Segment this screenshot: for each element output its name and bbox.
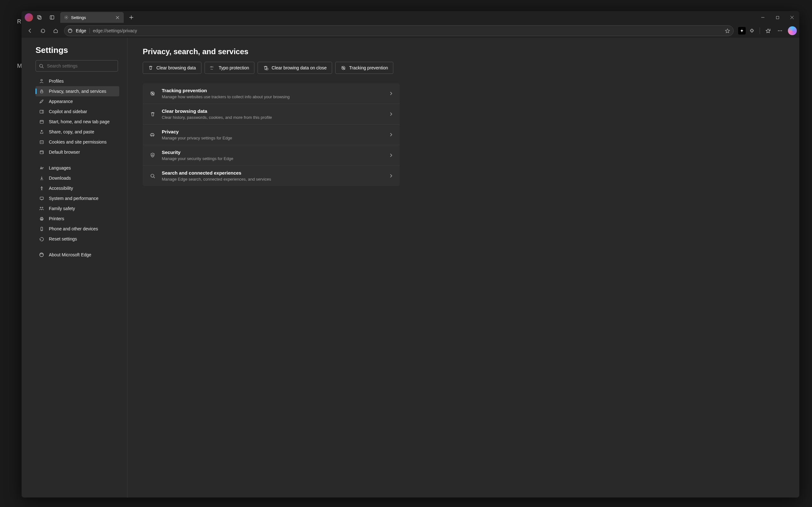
nav-accessibility[interactable]: Accessibility [36,183,119,193]
svg-rect-27 [40,140,43,143]
profile-icon [39,78,44,83]
settings-card: Tracking prevention Manage how websites … [143,83,400,186]
svg-point-4 [66,17,67,18]
pill-clear-browsing-data[interactable]: Clear browsing data [143,62,201,74]
row-title: Search and connected experiences [162,170,383,176]
tracking-icon [149,91,156,96]
row-clear-browsing-data[interactable]: Clear browsing data Clear history, passw… [143,104,400,124]
svg-rect-38 [41,217,43,218]
back-button[interactable] [24,25,36,36]
row-subtitle: Manage your privacy settings for Edge [162,135,383,140]
svg-rect-33 [40,197,43,199]
tab-actions-icon[interactable] [46,11,58,24]
pill-tracking-prevention[interactable]: Tracking prevention [335,62,393,74]
settings-sidebar: Settings Profiles Privacy, search, and s… [21,38,128,498]
svg-point-13 [68,29,72,33]
nav-reset[interactable]: Reset settings [36,234,119,244]
new-tab-button[interactable] [125,15,137,20]
pill-typo-protection[interactable]: ABC Typo protection [205,62,255,74]
nav-downloads[interactable]: Downloads [36,173,119,183]
chevron-right-icon [389,174,393,178]
separator [90,28,90,33]
close-tab-icon[interactable] [114,16,120,19]
nav-privacy[interactable]: Privacy, search, and services [36,86,119,96]
content-area: Settings Profiles Privacy, search, and s… [21,38,799,498]
svg-point-32 [41,187,42,187]
nav-label: Start, home, and new tab page [49,119,109,124]
nav-phone[interactable]: Phone and other devices [36,224,119,234]
reset-icon [39,237,44,241]
svg-point-42 [40,253,44,257]
nav-label: Default browser [49,150,80,155]
nav-copilot-sidebar[interactable]: Copilot and sidebar [36,107,119,117]
nav-family[interactable]: Family safety [36,204,119,214]
row-search-experiences[interactable]: Search and connected experiences Manage … [143,166,400,186]
home-button[interactable] [49,25,61,36]
copilot-button[interactable] [788,26,797,35]
cookie-icon [39,140,44,145]
nav-appearance[interactable]: Appearance [36,96,119,107]
svg-point-18 [781,31,782,32]
address-bar[interactable]: Edge edge://settings/privacy [64,25,734,36]
chevron-right-icon [389,132,393,137]
row-title: Security [162,150,383,155]
refresh-button[interactable] [37,25,49,36]
svg-text:ABC: ABC [210,66,213,68]
download-icon [39,176,44,181]
extensions-icon[interactable] [746,25,758,36]
nav-label: Downloads [49,176,71,181]
favorite-star-icon[interactable] [725,28,730,34]
close-window-button[interactable] [785,11,799,24]
separator [760,27,760,34]
printer-icon [39,216,44,221]
accessibility-icon [39,186,44,191]
search-icon [39,64,44,68]
minimize-button[interactable] [756,11,770,24]
settings-search-input[interactable] [47,63,114,68]
more-menu-icon[interactable] [774,25,786,36]
nav-start-home[interactable]: Start, home, and new tab page [36,117,119,127]
workspaces-icon[interactable] [33,11,46,24]
pill-label: Clear browing data on close [271,65,327,70]
tab-settings[interactable]: Settings [60,12,124,23]
chevron-right-icon [389,91,393,96]
nav-about[interactable]: About Microsoft Edge [36,250,119,260]
nav-label: Share, copy, and paste [49,129,94,134]
nav-cookies[interactable]: Cookies and site permissions [36,137,119,147]
lock-icon [39,89,44,94]
nav-label: Cookies and site permissions [49,139,107,145]
maximize-button[interactable] [770,11,785,24]
profile-avatar[interactable] [25,13,33,21]
chevron-right-icon [389,153,393,158]
row-security[interactable]: Security Manage your security settings f… [143,145,400,166]
trash-close-icon [263,65,268,71]
svg-rect-23 [40,110,43,113]
svg-rect-54 [152,155,153,156]
settings-main: Privacy, search, and services Clear brow… [128,38,799,498]
nav-share-copy[interactable]: Share, copy, and paste [36,127,119,137]
new-tab-icon [39,119,44,124]
copilot-badge-icon[interactable]: ✦ [738,27,746,35]
row-privacy[interactable]: Privacy Manage your privacy settings for… [143,124,400,145]
svg-point-21 [41,79,43,81]
settings-nav-group-3: About Microsoft Edge [36,250,123,260]
row-subtitle: Clear history, passwords, cookies, and m… [162,115,383,120]
nav-label: Reset settings [49,236,77,241]
row-tracking-prevention[interactable]: Tracking prevention Manage how websites … [143,83,400,104]
abc-icon: ABC [210,66,216,70]
pill-clear-on-close[interactable]: Clear browing data on close [258,62,332,74]
background-letter: M [17,63,22,69]
nav-profiles[interactable]: Profiles [36,76,119,86]
nav-label: About Microsoft Edge [49,252,91,257]
favorites-icon[interactable] [762,25,774,36]
svg-point-36 [42,207,43,208]
nav-default-browser[interactable]: Default browser [36,147,119,157]
page-title: Privacy, search, and services [143,47,784,56]
gear-icon [64,15,68,20]
nav-system[interactable]: System and performance [36,193,119,204]
settings-search[interactable] [36,60,118,72]
url-text: edge://settings/privacy [93,28,137,33]
nav-printers[interactable]: Printers [36,214,119,224]
nav-languages[interactable]: Languages [36,163,119,173]
language-icon [39,166,44,170]
